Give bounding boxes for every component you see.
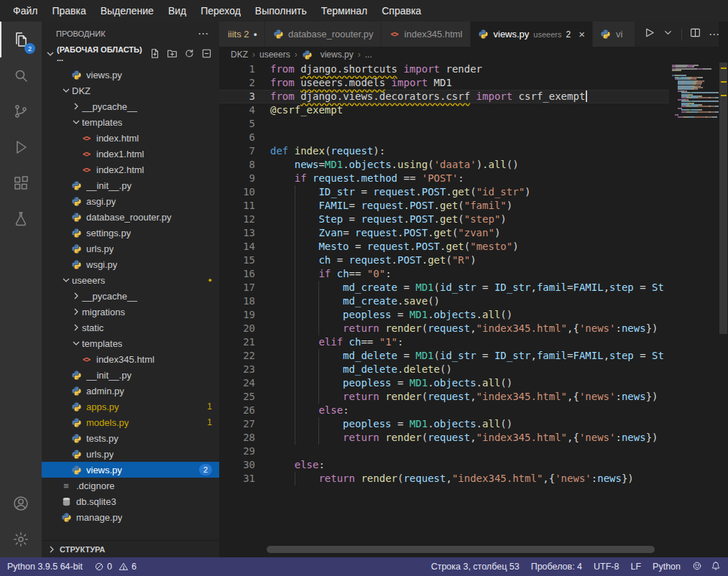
code-line[interactable]: 3from django.views.decorators.csrf impor… bbox=[219, 90, 669, 103]
menu-терминал[interactable]: Терминал bbox=[314, 2, 374, 19]
code-line[interactable]: 2from useeers.models import MD1 bbox=[219, 76, 669, 90]
status-python[interactable]: Python bbox=[653, 562, 681, 572]
menu-справка[interactable]: Справка bbox=[374, 2, 428, 19]
workspace-section-header[interactable]: (РАБОЧАЯ ОБЛАСТЬ) ... bbox=[42, 46, 219, 62]
code-line[interactable]: 13Zvan= request.POST.get("zvan") bbox=[219, 226, 669, 240]
tree-item-asgi-py[interactable]: asgi.py bbox=[42, 193, 219, 209]
split-editor-button[interactable] bbox=[690, 27, 701, 41]
tree-item-pycache[interactable]: __pycache__ bbox=[42, 98, 219, 114]
code-line[interactable]: 25return render(request,"index345.html",… bbox=[219, 390, 669, 404]
code-line[interactable]: 11FAMIL= request.POST.get("famil") bbox=[219, 199, 669, 213]
tab-vi[interactable]: vi bbox=[593, 22, 635, 47]
code-line[interactable]: 12Step = request.POST.get("step") bbox=[219, 213, 669, 226]
code-area[interactable]: 1from django.shortcuts import render2fro… bbox=[219, 62, 669, 542]
code-line[interactable]: 17md_create = MD1(id_str = ID_str,famil=… bbox=[219, 281, 669, 294]
tree-item-admin-py[interactable]: admin.py bbox=[42, 383, 219, 399]
menu-вид[interactable]: Вид bbox=[161, 2, 193, 19]
code-line[interactable]: 19peopless = MD1.objects.all() bbox=[219, 308, 669, 322]
tree-item-init-py[interactable]: __init__.py bbox=[42, 367, 219, 383]
breadcrumb-item[interactable]: views.py bbox=[302, 49, 354, 60]
code-line[interactable]: 14Mesto = request.POST.get("mesto") bbox=[219, 240, 669, 254]
tree-item-urls-py[interactable]: urls.py bbox=[42, 241, 219, 256]
tree-item-index1-html[interactable]: <>index1.html bbox=[42, 146, 219, 162]
breadcrumb-item[interactable]: DKZ bbox=[231, 50, 248, 60]
menu-переход[interactable]: Переход bbox=[193, 2, 248, 19]
breadcrumb-item[interactable]: useeers bbox=[259, 50, 290, 60]
code-line[interactable]: 8news=MD1.objects.using('daata').all() bbox=[219, 158, 669, 172]
bell-icon[interactable] bbox=[711, 561, 721, 573]
vertical-scrollbar[interactable] bbox=[719, 22, 728, 557]
scrollbar-thumb[interactable] bbox=[719, 62, 727, 334]
tree-item-settings-py[interactable]: settings.py bbox=[42, 225, 219, 241]
status-пробелов-4[interactable]: Пробелов: 4 bbox=[531, 562, 582, 572]
code-line[interactable]: 4@csrf_exempt bbox=[219, 103, 669, 117]
extensions-icon[interactable] bbox=[0, 165, 42, 201]
tree-item-static[interactable]: static bbox=[42, 320, 219, 335]
tree-item-wsgi-py[interactable]: wsgi.py bbox=[42, 256, 219, 272]
code-line[interactable]: 31return render(request,"index345.html",… bbox=[219, 472, 669, 486]
refresh-icon[interactable] bbox=[184, 48, 195, 60]
code-line[interactable]: 10ID_str = request.POST.get("id_str") bbox=[219, 185, 669, 199]
new-file-icon[interactable] bbox=[149, 48, 160, 60]
tree-item-index-html[interactable]: <>index.html bbox=[42, 130, 219, 146]
tab-index345-html[interactable]: <>index345.html bbox=[382, 22, 471, 47]
code-line[interactable]: 29 bbox=[219, 445, 669, 458]
code-line[interactable]: 15ch = request.POST.get("R") bbox=[219, 254, 669, 267]
outline-section-header[interactable]: СТРУКТУРА bbox=[42, 540, 219, 557]
tree-item-views-py[interactable]: views.py bbox=[42, 67, 219, 83]
run-python-file-button[interactable] bbox=[644, 27, 655, 41]
tree-item-migrations[interactable]: migrations bbox=[42, 304, 219, 320]
account-icon[interactable] bbox=[0, 486, 42, 521]
horizontal-scrollbar[interactable] bbox=[267, 546, 655, 553]
more-actions-icon[interactable]: ⋯ bbox=[198, 27, 209, 40]
settings-gear-icon[interactable] bbox=[0, 521, 42, 557]
run-debug-icon[interactable] bbox=[0, 129, 42, 165]
code-line[interactable]: 28return render(request,"index345.html",… bbox=[219, 431, 669, 445]
tree-item-database-roouter-py[interactable]: database_roouter.py bbox=[42, 209, 219, 225]
tree-item-manage-py[interactable]: manage.py bbox=[42, 509, 219, 525]
tree-item-pycache[interactable]: __pycache__ bbox=[42, 288, 219, 304]
feedback-icon[interactable] bbox=[692, 561, 702, 573]
code-line[interactable]: 30else: bbox=[219, 458, 669, 472]
run-dropdown-chevron-icon[interactable] bbox=[663, 27, 673, 41]
more-actions-button[interactable]: ⋯ bbox=[709, 28, 719, 41]
tab-database-roouter-py[interactable]: database_roouter.py bbox=[265, 22, 382, 47]
code-line[interactable]: 6 bbox=[219, 131, 669, 144]
tab-iiits-2[interactable]: iiits 2● bbox=[219, 22, 265, 47]
menu-правка[interactable]: Правка bbox=[45, 2, 93, 19]
tree-item-urls-py[interactable]: urls.py bbox=[42, 446, 219, 462]
minimap[interactable] bbox=[669, 62, 719, 118]
code-line[interactable]: 20return render(request,"index345.html",… bbox=[219, 322, 669, 335]
code-line[interactable]: 24peopless = MD1.objects.all() bbox=[219, 376, 669, 390]
code-line[interactable]: 1from django.shortcuts import render bbox=[219, 62, 669, 76]
code-line[interactable]: 9if request.method == 'POST': bbox=[219, 172, 669, 185]
collapse-all-icon[interactable] bbox=[201, 48, 212, 60]
testing-icon[interactable] bbox=[0, 201, 42, 237]
python-interpreter-status[interactable]: Python 3.9.5 64-bit bbox=[7, 562, 83, 572]
code-line[interactable]: 21elif ch== "1": bbox=[219, 335, 669, 349]
problems-status[interactable]: 0 6 bbox=[94, 562, 137, 572]
search-icon[interactable] bbox=[0, 57, 42, 93]
code-line[interactable]: 27peopless = MD1.objects.all() bbox=[219, 417, 669, 431]
code-line[interactable]: 22md_delete = MD1(id_str = ID_str,famil=… bbox=[219, 349, 669, 363]
tree-item-models-py[interactable]: models.py1 bbox=[42, 414, 219, 430]
menu-файл[interactable]: Файл bbox=[6, 2, 45, 19]
status-utf-8[interactable]: UTF-8 bbox=[594, 562, 619, 572]
tree-item-index345-html[interactable]: <>index345.html bbox=[42, 351, 219, 367]
tree-item-init-py[interactable]: __init__.py bbox=[42, 177, 219, 193]
tree-item-views-py[interactable]: views.py2 bbox=[42, 462, 219, 478]
code-line[interactable]: 16if ch== "0": bbox=[219, 267, 669, 281]
code-line[interactable]: 18md_create.save() bbox=[219, 294, 669, 308]
menu-выделение[interactable]: Выделение bbox=[93, 2, 161, 19]
tree-item-templates[interactable]: templates bbox=[42, 335, 219, 351]
code-line[interactable]: 23md_delete.delete() bbox=[219, 363, 669, 376]
new-folder-icon[interactable] bbox=[167, 48, 178, 60]
tree-item-useeers[interactable]: useeers● bbox=[42, 272, 219, 288]
tree-item-templates[interactable]: templates bbox=[42, 114, 219, 130]
tree-item-tests-py[interactable]: tests.py bbox=[42, 430, 219, 446]
tree-item-dcignore[interactable]: ≡.dcignore bbox=[42, 478, 219, 493]
tree-item-db-sqlite3[interactable]: db.sqlite3 bbox=[42, 493, 219, 509]
close-tab-button[interactable]: × bbox=[579, 28, 585, 40]
status-lf[interactable]: LF bbox=[630, 562, 641, 572]
menu-выполнить[interactable]: Выполнить bbox=[248, 2, 314, 19]
